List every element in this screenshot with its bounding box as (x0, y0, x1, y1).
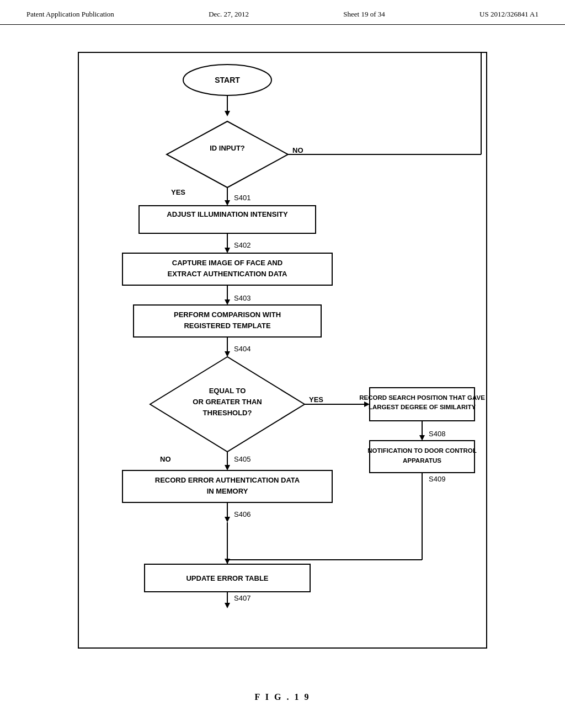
svg-rect-24 (370, 441, 475, 473)
s401-label: S401 (234, 194, 250, 202)
svg-marker-17 (225, 351, 230, 357)
figure-label: F I G . 1 9 (255, 692, 311, 702)
svg-marker-36 (225, 603, 230, 608)
svg-marker-32 (225, 517, 230, 522)
capture-label1: CAPTURE IMAGE OF FACE AND (172, 259, 282, 267)
svg-marker-4 (167, 121, 288, 188)
yes-label-1: YES (171, 188, 185, 196)
header-center: Dec. 27, 2012 (209, 10, 249, 19)
record-error-label2: IN MEMORY (207, 487, 248, 495)
s406-label: S406 (234, 510, 250, 518)
svg-rect-15 (134, 305, 321, 337)
s407-label: S407 (234, 594, 250, 602)
adjust-label: ADJUST ILLUMINATION INTENSITY (167, 210, 288, 218)
id-input-label: ID INPUT? (210, 144, 245, 152)
svg-rect-0 (78, 52, 487, 648)
perform-label2: REGISTERED TEMPLATE (184, 322, 271, 330)
svg-rect-30 (122, 470, 332, 502)
notification-label2: APPARATUS (403, 457, 441, 464)
svg-marker-14 (225, 299, 230, 305)
perform-label1: PERFORM COMPARISON WITH (174, 311, 281, 319)
notification-label1: NOTIFICATION TO DOOR CONTROL (367, 447, 477, 454)
s408-label: S408 (429, 430, 445, 438)
capture-label2: EXTRACT AUTHENTICATION DATA (168, 270, 287, 278)
header-left: Patent Application Publication (26, 10, 114, 19)
s402-label: S402 (234, 241, 250, 249)
s403-label: S403 (234, 294, 250, 302)
main-content: START ID INPUT? NO YES S401 ADJUST ILLUM… (0, 25, 565, 724)
record-search-label2: LARGEST DEGREE OF SIMILARITY (369, 404, 476, 410)
record-search-label1: RECORD SEARCH POSITION THAT GAVE (359, 394, 485, 401)
equal-label1: EQUAL TO (209, 387, 246, 395)
page-header: Patent Application Publication Dec. 27, … (0, 0, 565, 25)
s405-label: S405 (234, 455, 250, 463)
svg-marker-8 (225, 200, 230, 206)
svg-marker-11 (225, 248, 230, 253)
record-error-label1: RECORD ERROR AUTHENTICATION DATA (155, 476, 300, 484)
header-sheet: Sheet 19 of 34 (343, 10, 385, 19)
s404-label: S404 (234, 345, 250, 353)
svg-marker-3 (225, 111, 230, 116)
header-right: US 2012/326841 A1 (479, 10, 539, 19)
no-label-1: NO (292, 146, 303, 154)
svg-marker-29 (225, 465, 230, 470)
flowchart-diagram: START ID INPUT? NO YES S401 ADJUST ILLUM… (73, 47, 492, 676)
equal-label2: OR GREATER THAN (193, 398, 262, 406)
no-label-2: NO (160, 455, 171, 463)
start-label: START (215, 76, 240, 84)
svg-rect-12 (122, 253, 332, 285)
equal-label3: THRESHOLD? (203, 409, 252, 417)
update-label: UPDATE ERROR TABLE (186, 574, 268, 582)
s409-label: S409 (429, 475, 445, 483)
svg-marker-23 (419, 435, 425, 441)
yes-label-2: YES (309, 395, 323, 404)
